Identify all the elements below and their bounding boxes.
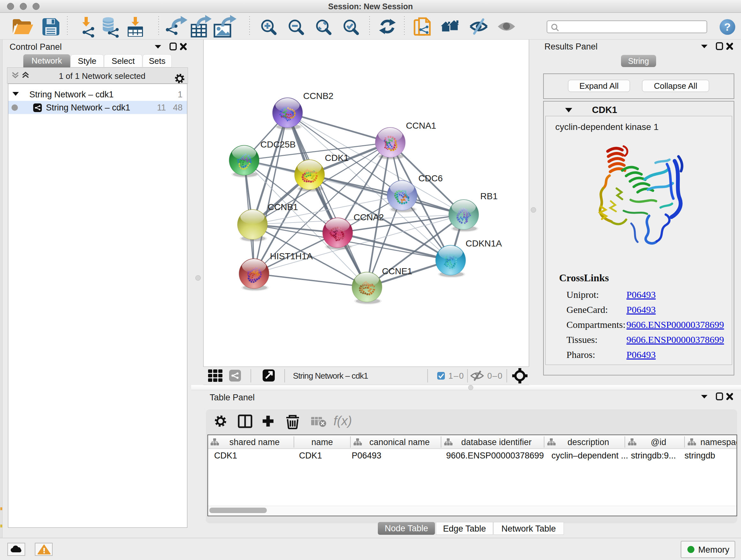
svg-text:CDC25B: CDC25B [260,139,295,149]
svg-text:0 – 0: 0 – 0 [487,371,502,381]
svg-text:shared name: shared name [229,437,280,447]
svg-text:description: description [567,437,609,447]
svg-text:CCNA1: CCNA1 [406,121,436,131]
svg-text:CDKN1A: CDKN1A [466,239,502,248]
svg-text:CCNB2: CCNB2 [303,91,333,101]
svg-text:CDC6: CDC6 [418,173,443,183]
svg-text:CCNE1: CCNE1 [382,266,412,276]
svg-text:f(x): f(x) [333,414,352,428]
svg-text:@id: @id [651,437,666,447]
svg-text:HIST1H1A: HIST1H1A [270,251,313,261]
svg-text:database identifier: database identifier [461,437,532,447]
svg-text:String Network – cdk1: String Network – cdk1 [293,371,368,381]
svg-text:CDK1: CDK1 [325,153,349,163]
svg-text:namespace: namespace [700,437,737,447]
svg-text:CCNA2: CCNA2 [354,212,384,222]
svg-text:name: name [312,437,333,447]
svg-text:RB1: RB1 [480,191,497,201]
svg-text:canonical name: canonical name [369,437,429,447]
svg-text:CCNB1: CCNB1 [268,202,298,212]
svg-text:1 – 0: 1 – 0 [448,371,464,381]
